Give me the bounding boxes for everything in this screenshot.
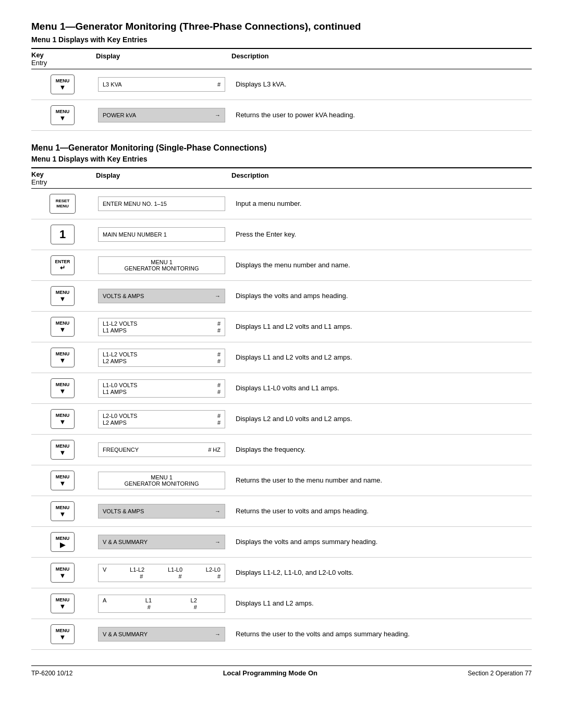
- col-display-header: Display: [94, 51, 229, 67]
- key-entry-cell: MENU ▼: [31, 103, 94, 127]
- display-box: L1-L2 VOLTS# L1 AMPS#: [98, 318, 225, 336]
- table-row: 1 MAIN MENU NUMBER 1 Press the Enter key…: [31, 219, 532, 250]
- subsection-title-1: Menu 1 Displays with Key Entries: [31, 35, 532, 44]
- key-entry-cell: MENU ▶: [31, 530, 94, 554]
- col-key-header: Key Entry: [31, 51, 94, 67]
- table-row: RESET MENU ENTER MENU NO. 1–15 Input a m…: [31, 189, 532, 219]
- footer-right: Section 2 Operation 77: [468, 670, 532, 677]
- desc-cell: Displays L1-L0 volts and L1 amps.: [229, 382, 532, 394]
- menu-down-key: MENU ▼: [51, 286, 75, 306]
- col-desc-header: Description: [229, 51, 532, 67]
- menu-right-key: MENU ▶: [51, 532, 75, 552]
- reset-menu-key: RESET MENU: [50, 194, 76, 214]
- table1-header: Key Entry Display Description: [31, 48, 532, 69]
- menu-down-key: MENU ▼: [51, 317, 75, 337]
- menu-down-key: MENU ▼: [51, 75, 75, 94]
- menu-down-key: MENU ▼: [51, 594, 75, 613]
- menu-down-key: MENU ▼: [51, 409, 75, 429]
- display-cell: VOLTS & AMPS →: [94, 288, 229, 304]
- menu-down-key: MENU ▼: [51, 624, 75, 644]
- section2: Menu 1—Generator Monitoring (Single-Phas…: [31, 143, 532, 163]
- key-entry-cell: MENU ▼: [31, 591, 94, 615]
- display-cell: FREQUENCY # HZ: [94, 441, 229, 458]
- display-box-shaded: VOLTS & AMPS →: [98, 504, 225, 519]
- key-entry-cell: MENU ▼: [31, 561, 94, 585]
- table-row: MENU ▶ V & A SUMMARY → Displays the volt…: [31, 527, 532, 558]
- table-row: MENU ▼ L1-L2 VOLTS# L1 AMPS# Displays L1…: [31, 312, 532, 342]
- desc-cell: Displays the volts and amps heading.: [229, 290, 532, 302]
- display-box-shaded: POWER kVA →: [98, 108, 225, 122]
- key-entry-cell: MENU ▼: [31, 407, 94, 431]
- table-row: MENU ▼ POWER kVA → Returns the user to p…: [31, 100, 532, 131]
- enter-key: ENTER ↵: [51, 255, 75, 275]
- display-cell: POWER kVA →: [94, 107, 229, 124]
- display-cell: L2-L0 VOLTS# L2 AMPS#: [94, 409, 229, 429]
- table-row: MENU ▼ MENU 1 GENERATOR MONITORING Retur…: [31, 465, 532, 496]
- key-entry-cell: 1: [31, 223, 94, 246]
- menu-down-key: MENU ▼: [51, 348, 75, 367]
- display-box: L3 KVA #: [98, 77, 225, 92]
- display-cell: V & A SUMMARY →: [94, 626, 229, 643]
- menu-down-key: MENU ▼: [51, 563, 75, 583]
- display-box: L1-L0 VOLTS# L1 AMPS#: [98, 379, 225, 398]
- display-cell: MENU 1 GENERATOR MONITORING: [94, 471, 229, 490]
- desc-cell: Displays the menu number and name.: [229, 260, 532, 271]
- menu-down-key: MENU ▼: [51, 471, 75, 490]
- page-title-1: Menu 1—Generator Monitoring (Three-Phase…: [31, 21, 532, 32]
- table-row: ENTER ↵ MENU 1 GENERATOR MONITORING Disp…: [31, 250, 532, 281]
- table-row: MENU ▼ FREQUENCY # HZ Displays the frequ…: [31, 435, 532, 465]
- display-box-shaded: V & A SUMMARY →: [98, 627, 225, 641]
- display-cell: L1-L0 VOLTS# L1 AMPS#: [94, 378, 229, 399]
- page-footer: TP-6200 10/12 Local Programming Mode On …: [31, 665, 532, 677]
- display-box: L2-L0 VOLTS# L2 AMPS#: [98, 410, 225, 428]
- key-entry-cell: MENU ▼: [31, 622, 94, 646]
- table-row: MENU ▼ L1-L2 VOLTS# L2 AMPS# Displays L1…: [31, 342, 532, 373]
- display-box: L1-L2 VOLTS# L2 AMPS#: [98, 349, 225, 367]
- display-box: MENU 1 GENERATOR MONITORING: [98, 256, 225, 274]
- display-cell: L3 KVA #: [94, 76, 229, 93]
- key-entry-cell: MENU ▼: [31, 438, 94, 462]
- desc-cell: Displays the volts and amps summary head…: [229, 536, 532, 548]
- table-row: MENU ▼ L2-L0 VOLTS# L2 AMPS# Displays L2…: [31, 404, 532, 435]
- display-cell: L1-L2 VOLTS# L1 AMPS#: [94, 317, 229, 337]
- menu-down-key: MENU ▼: [51, 105, 75, 125]
- display-cell: MENU 1 GENERATOR MONITORING: [94, 255, 229, 275]
- table2-header: Key Entry Display Description: [31, 167, 532, 189]
- key-entry-cell: MENU ▼: [31, 376, 94, 400]
- desc-cell: Displays L3 kVA.: [229, 79, 532, 90]
- display-box-amp-summary: A L1 L2 # #: [98, 595, 225, 613]
- table-row: MENU ▼ V & A SUMMARY → Returns the user …: [31, 619, 532, 650]
- table-row: MENU ▼ VOLTS & AMPS → Returns the user t…: [31, 496, 532, 527]
- desc-cell: Returns the user to the menu number and …: [229, 475, 532, 486]
- display-cell: V L1-L2 L1-L0 L2-L0 # # #: [94, 563, 229, 583]
- key-entry-cell: MENU ▼: [31, 499, 94, 523]
- desc-cell: Displays L1 and L2 volts and L1 amps.: [229, 321, 532, 332]
- menu-down-key: MENU ▼: [51, 501, 75, 521]
- table2-wrapper: Key Entry Display Description RESET MENU…: [31, 167, 532, 650]
- desc-cell: Press the Enter key.: [229, 229, 532, 240]
- table1-wrapper: Key Entry Display Description MENU ▼ L3 …: [31, 48, 532, 131]
- col-desc-header2: Description: [229, 170, 532, 186]
- number-1-key: 1: [51, 225, 75, 244]
- display-cell: MAIN MENU NUMBER 1: [94, 226, 229, 243]
- desc-cell: Returns the user to volts and amps headi…: [229, 505, 532, 517]
- display-box: FREQUENCY # HZ: [98, 442, 225, 457]
- desc-cell: Displays the frequency.: [229, 444, 532, 455]
- key-entry-cell: RESET MENU: [31, 192, 94, 216]
- display-box-shaded: V & A SUMMARY →: [98, 535, 225, 549]
- display-box: MENU 1 GENERATOR MONITORING: [98, 472, 225, 489]
- display-box-volt-summary: V L1-L2 L1-L0 L2-L0 # # #: [98, 564, 225, 582]
- desc-cell: Returns the user to power kVA heading.: [229, 109, 532, 121]
- display-box: ENTER MENU NO. 1–15: [98, 196, 225, 211]
- menu-down-key: MENU ▼: [51, 440, 75, 460]
- key-entry-cell: MENU ▼: [31, 315, 94, 339]
- col-key-header2: Key Entry: [31, 170, 94, 186]
- display-box: MAIN MENU NUMBER 1: [98, 227, 225, 242]
- key-entry-cell: MENU ▼: [31, 284, 94, 308]
- desc-cell: Input a menu number.: [229, 198, 532, 209]
- key-entry-cell: ENTER ↵: [31, 253, 94, 277]
- table-row: MENU ▼ L1-L0 VOLTS# L1 AMPS# Displays L1…: [31, 373, 532, 404]
- desc-cell: Returns the user to the volts and amps s…: [229, 628, 532, 640]
- table-row: MENU ▼ V L1-L2 L1-L0 L2-L0 # # # D: [31, 558, 532, 588]
- page-title-2: Menu 1—Generator Monitoring (Single-Phas…: [31, 143, 532, 153]
